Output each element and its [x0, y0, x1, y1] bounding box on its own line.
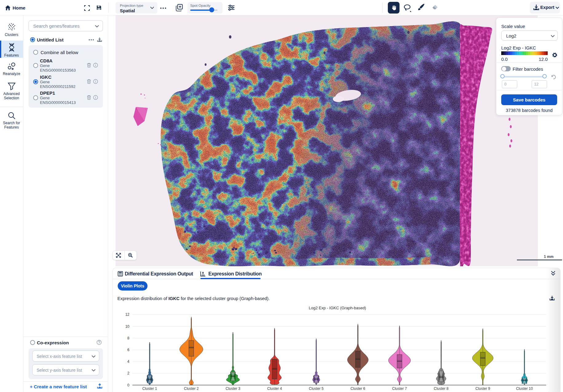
svg-text:Cluster 9: Cluster 9 [475, 386, 490, 391]
svg-text:12: 12 [125, 312, 130, 317]
svg-text:Cluster 6: Cluster 6 [350, 386, 365, 391]
svg-text:Cluster 1: Cluster 1 [142, 386, 157, 391]
svg-text:Cluster 5: Cluster 5 [309, 386, 324, 391]
svg-text:Cluster 3: Cluster 3 [226, 386, 240, 391]
svg-text:Cluster 10: Cluster 10 [516, 386, 533, 391]
svg-text:0: 0 [127, 383, 129, 387]
svg-text:Cluster 2: Cluster 2 [184, 386, 199, 391]
svg-text:Cluster 8: Cluster 8 [434, 386, 448, 391]
svg-text:Cluster 7: Cluster 7 [392, 386, 407, 391]
svg-text:10: 10 [125, 324, 130, 329]
svg-text:Cluster 4: Cluster 4 [267, 386, 282, 391]
svg-text:Log2 Exp - IGKC (Graph-based): Log2 Exp - IGKC (Graph-based) [309, 306, 366, 310]
svg-text:2: 2 [127, 371, 129, 375]
svg-text:4: 4 [127, 359, 129, 364]
svg-text:8: 8 [127, 336, 129, 340]
svg-text:6: 6 [127, 348, 129, 352]
